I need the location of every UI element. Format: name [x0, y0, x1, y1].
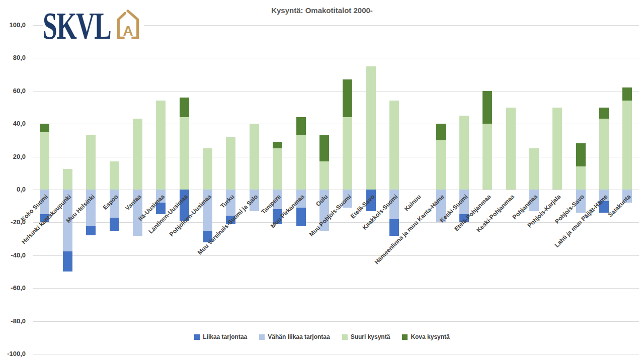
y-axis-tick-label: -60,0	[0, 284, 26, 293]
x-axis-category-label: Kainuu	[403, 193, 423, 213]
gridline	[33, 157, 639, 157]
y-axis-tick-label: -40,0	[0, 251, 26, 260]
bar-segment	[250, 124, 259, 190]
y-axis-tick-label: 20,0	[0, 152, 26, 161]
bar-segment	[552, 108, 562, 190]
legend: Liikaa tarjontaaVähän liikaa tarjontaaSu…	[0, 333, 644, 340]
bar-segment	[273, 148, 282, 190]
bar-segment	[156, 101, 166, 190]
gridline	[33, 124, 639, 124]
bar-segment	[576, 143, 586, 166]
y-axis-tick-label: -80,0	[0, 317, 26, 326]
gridline	[33, 58, 639, 58]
bar-segment	[203, 148, 212, 190]
bar-segment	[506, 108, 516, 190]
y-axis-tick-label: 0,0	[0, 185, 26, 194]
legend-swatch	[402, 334, 408, 340]
y-axis-tick-label: 100,0	[0, 21, 26, 30]
legend-label: Suuri kysyntä	[351, 333, 390, 340]
legend-item: Vähän liikaa tarjontaa	[259, 333, 330, 340]
legend-swatch	[194, 334, 200, 340]
bar-segment	[110, 218, 119, 231]
x-axis-category-label: Satakunta	[607, 193, 632, 218]
bar-segment	[599, 119, 609, 190]
legend-item: Kova kysyntä	[402, 333, 449, 340]
bar-segment	[63, 169, 72, 190]
bar-segment	[226, 137, 235, 190]
bar-segment	[459, 116, 469, 190]
gridline	[33, 354, 639, 354]
bar-segment	[86, 226, 96, 236]
bar-segment	[296, 117, 306, 135]
bar-segment	[180, 98, 189, 117]
bar-segment	[622, 101, 632, 190]
bar-segment	[296, 135, 306, 190]
house-letter: A	[123, 23, 133, 39]
y-axis-tick-label: -100,0	[0, 349, 26, 358]
bar-segment	[599, 108, 609, 119]
bar-segment	[576, 166, 586, 190]
legend-label: Kova kysyntä	[411, 333, 449, 340]
legend-item: Liikaa tarjontaa	[194, 333, 247, 340]
bar-segment	[110, 161, 119, 190]
bar-segment	[133, 119, 142, 190]
gridline	[33, 321, 639, 322]
bar-segment	[319, 135, 329, 161]
plot-area: Koko SuomiHelsinki kantakaupunkiMuu Hels…	[33, 25, 639, 354]
skvl-logo-text-wrap: SKVL	[43, 9, 114, 40]
bar-segment	[343, 117, 352, 190]
gridline	[33, 288, 639, 289]
bar-segment	[273, 142, 282, 148]
y-axis: 100,080,060,040,020,00,0-20,0-40,0-60,0-…	[0, 25, 29, 354]
bar-segment	[86, 135, 96, 190]
legend-label: Vähän liikaa tarjontaa	[268, 333, 330, 340]
gridline	[33, 190, 639, 190]
gridline	[33, 222, 639, 223]
skvl-logo-text: SKVL	[43, 10, 92, 41]
bar-segment	[529, 148, 539, 190]
legend-item: Suuri kysyntä	[342, 333, 390, 340]
gridline	[33, 91, 639, 92]
bar-segment	[389, 101, 399, 190]
legend-swatch	[342, 334, 348, 340]
y-axis-tick-label: 40,0	[0, 119, 26, 128]
bar-segment	[40, 124, 49, 132]
legend-swatch	[259, 334, 265, 340]
bar-segment	[296, 208, 306, 226]
legend-label: Liikaa tarjontaa	[203, 333, 247, 340]
bar-segment	[319, 161, 329, 190]
y-axis-tick-label: 60,0	[0, 86, 26, 96]
bar-segment	[436, 124, 446, 140]
bar-segment	[436, 140, 446, 190]
house-icon: A	[116, 9, 140, 39]
y-axis-tick-label: 80,0	[0, 53, 26, 62]
gridline	[33, 255, 639, 256]
bar-segment	[366, 66, 376, 190]
bar-segment	[63, 251, 72, 272]
bar-segment	[622, 87, 632, 101]
x-axis-category-label: Muu Pohjois-Suomi	[308, 193, 353, 238]
bar-segment	[343, 79, 352, 117]
chart-canvas: { "page": { "background": "#FFFFFF" }, "…	[0, 0, 644, 362]
bar-segment	[482, 124, 492, 190]
skvl-logo: SKVL A	[43, 9, 144, 41]
bar-segment	[40, 132, 49, 190]
bar-segment	[482, 91, 492, 124]
bar-segment	[180, 117, 189, 190]
bar-segment	[389, 219, 399, 236]
